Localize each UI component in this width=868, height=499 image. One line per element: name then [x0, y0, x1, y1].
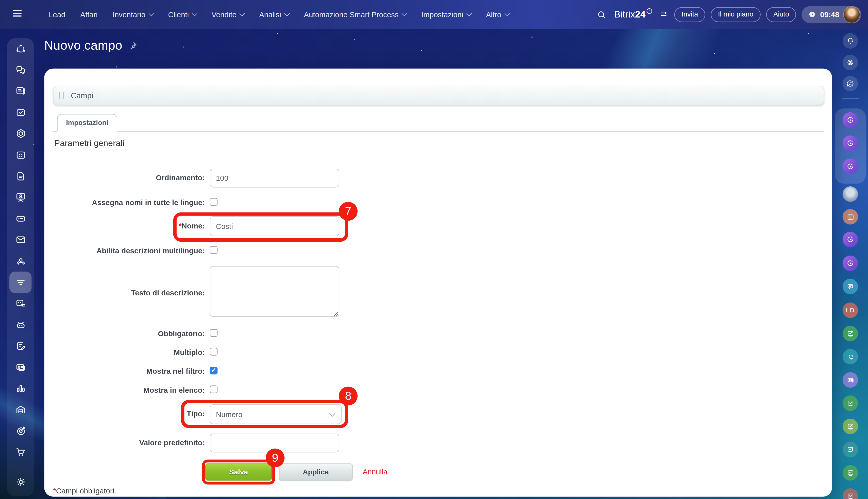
- nav-impostazioni[interactable]: Impostazioni: [421, 10, 471, 19]
- calendar-icon[interactable]: [843, 209, 858, 224]
- hamburger-menu-button[interactable]: [13, 10, 22, 18]
- nav-inventario[interactable]: Inventario: [112, 10, 153, 19]
- tab-impostazioni[interactable]: Impostazioni: [57, 114, 118, 132]
- tabs-bar: Impostazioni: [53, 114, 824, 132]
- chat-icon[interactable]: [7, 59, 34, 81]
- ordinamento-label: Ordinamento:: [53, 169, 205, 187]
- main-nav: Lead Affari Inventario Clienti Vendite A…: [49, 0, 509, 29]
- bell-icon[interactable]: [843, 33, 858, 49]
- copilot-icon[interactable]: [843, 256, 858, 271]
- task-icon[interactable]: [843, 465, 858, 480]
- nav-affari[interactable]: Affari: [80, 10, 97, 19]
- chevron-down-icon: [284, 11, 290, 16]
- abilita-descrizioni-checkbox[interactable]: [210, 246, 218, 254]
- task-icon[interactable]: [843, 395, 858, 411]
- annotation-step-7: 7: [339, 202, 358, 221]
- tasks-icon[interactable]: [7, 102, 34, 123]
- required-fields-note: *Campi obbligatori.: [53, 487, 116, 495]
- nav-clienti[interactable]: Clienti: [168, 10, 197, 19]
- testo-descrizione-textarea[interactable]: [210, 266, 339, 317]
- initials-badge[interactable]: LD: [843, 303, 858, 318]
- chevron-down-icon: [192, 11, 198, 16]
- copilot-hexagon-icon[interactable]: [7, 123, 34, 144]
- automation-robot-icon[interactable]: [7, 314, 34, 336]
- warehouse-icon[interactable]: [7, 399, 34, 421]
- user-avatar[interactable]: [843, 6, 860, 23]
- assegna-nomi-checkbox[interactable]: [210, 198, 218, 206]
- multiplo-label: Multiplo:: [53, 349, 205, 357]
- task-icon[interactable]: [843, 488, 858, 499]
- nav-analisi[interactable]: Analisi: [259, 10, 289, 19]
- page-title: Nuovo campo: [44, 39, 122, 53]
- tipo-label: Tipo:: [53, 404, 205, 424]
- campi-section-label: Campi: [71, 91, 93, 100]
- shop-cart-icon[interactable]: [7, 441, 34, 463]
- drive-icon[interactable]: [7, 208, 34, 229]
- copilot-icon[interactable]: [843, 135, 858, 151]
- nav-vendite[interactable]: Vendite: [211, 10, 244, 19]
- webinar-icon[interactable]: [7, 187, 34, 208]
- search-icon[interactable]: [597, 10, 606, 19]
- nav-lead[interactable]: Lead: [49, 10, 66, 19]
- calendar-icon[interactable]: [7, 144, 34, 166]
- valore-predefinito-input[interactable]: [210, 434, 339, 452]
- topbar-right: Bitrix24 Invita Il mio piano Aiuto 09:48: [597, 0, 861, 29]
- contact-icon[interactable]: [843, 372, 858, 388]
- save-button[interactable]: Salva: [205, 463, 272, 481]
- pin-icon[interactable]: [128, 41, 138, 51]
- network-icon[interactable]: [7, 38, 34, 59]
- row-mostra-filtro: Mostra nel filtro:: [53, 366, 217, 377]
- obbligatorio-checkbox[interactable]: [210, 329, 218, 337]
- booking-icon[interactable]: [7, 293, 34, 314]
- right-rail-divider: [842, 98, 858, 99]
- campi-section-bar[interactable]: Campi: [53, 86, 824, 105]
- crm-funnel-icon[interactable]: [7, 272, 34, 293]
- copilot-icon[interactable]: [843, 159, 858, 174]
- chat-icon[interactable]: [843, 279, 858, 294]
- chevron-down-icon: [402, 11, 407, 16]
- settings-gear-icon[interactable]: [7, 476, 34, 487]
- cat-avatar[interactable]: [843, 186, 858, 202]
- worktime-widget[interactable]: 09:48: [802, 6, 861, 23]
- copilot-icon[interactable]: [843, 232, 858, 247]
- row-valore-predefinito: Valore predefinito:: [53, 434, 339, 452]
- my-plan-button[interactable]: Il mio piano: [711, 7, 761, 22]
- mostra-filtro-checkbox[interactable]: [210, 367, 218, 375]
- mostra-elenco-label: Mostra in elenco:: [53, 386, 205, 394]
- chevron-down-icon: [466, 11, 472, 16]
- nav-automazione-smart-process[interactable]: Automazione Smart Process: [304, 10, 406, 19]
- mail-icon[interactable]: [7, 229, 34, 251]
- tipo-select[interactable]: Numero: [210, 404, 342, 424]
- help-button[interactable]: Aiuto: [766, 7, 796, 22]
- document-icon[interactable]: [7, 166, 34, 187]
- app-root: Lead Affari Inventario Clienti Vendite A…: [0, 0, 868, 499]
- multiplo-checkbox[interactable]: [210, 348, 218, 356]
- row-multiplo: Multiplo:: [53, 348, 217, 358]
- sign-document-icon[interactable]: [7, 336, 34, 357]
- nav-altro[interactable]: Altro: [486, 10, 509, 19]
- section-title: Parametri generali: [54, 138, 124, 148]
- sliders-icon[interactable]: [660, 10, 669, 19]
- copilot-icon[interactable]: [843, 112, 858, 128]
- analytics-chart-icon[interactable]: [7, 378, 34, 399]
- invite-button[interactable]: Invita: [674, 7, 705, 22]
- employees-icon[interactable]: [7, 251, 34, 272]
- bitrix24-logo[interactable]: Bitrix24: [614, 8, 652, 20]
- ordinamento-input[interactable]: [210, 169, 339, 187]
- required-asterisk: *: [179, 222, 181, 230]
- task-icon[interactable]: [843, 442, 858, 458]
- row-ordinamento: Ordinamento:: [53, 169, 339, 187]
- mostra-filtro-label: Mostra nel filtro:: [53, 367, 205, 376]
- newsfeed-icon[interactable]: [7, 81, 34, 102]
- apply-button[interactable]: Applica: [279, 463, 353, 481]
- messenger-icon[interactable]: [843, 76, 858, 91]
- mostra-elenco-checkbox[interactable]: [210, 386, 218, 393]
- marketing-target-icon[interactable]: [7, 421, 34, 442]
- phone-icon[interactable]: [843, 349, 858, 364]
- task-icon[interactable]: [843, 418, 858, 434]
- cancel-link[interactable]: Annulla: [363, 463, 388, 481]
- task-icon[interactable]: [843, 326, 858, 341]
- contact-card-icon[interactable]: [7, 357, 34, 378]
- nome-input[interactable]: [210, 216, 339, 236]
- copilot-icon[interactable]: [843, 55, 858, 70]
